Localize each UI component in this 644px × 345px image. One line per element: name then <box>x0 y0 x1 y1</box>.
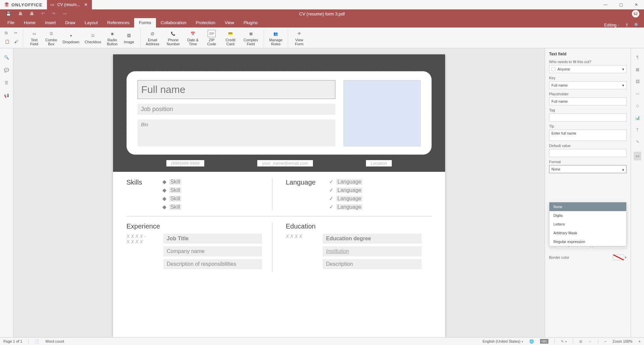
experience-dates[interactable]: X X X X - X X X X <box>126 234 157 269</box>
table-settings-icon[interactable]: ▦ <box>636 67 639 72</box>
menu-references[interactable]: References <box>103 18 134 28</box>
combo-box-button[interactable]: ☰Combo Box <box>43 29 60 47</box>
field-company[interactable]: Company name <box>163 246 262 256</box>
maximize-button[interactable]: ▢ <box>613 0 629 9</box>
page-indicator[interactable]: Page 1 of 1 <box>3 339 22 343</box>
zoom-level[interactable]: Zoom 100% <box>612 339 632 343</box>
find-icon[interactable]: 🔍 <box>4 55 9 60</box>
chart-settings-icon[interactable]: 📊 <box>635 115 640 120</box>
format-option-mask[interactable]: Arbitrary Mask <box>549 229 626 237</box>
image-settings-icon[interactable]: 🖼 <box>636 79 640 84</box>
border-color-swatch[interactable] <box>613 254 624 260</box>
more-icon[interactable]: ⋯ <box>63 11 67 16</box>
textart-settings-icon[interactable]: T <box>636 128 639 132</box>
word-count[interactable]: Word count <box>45 339 64 343</box>
language-item[interactable]: Language <box>336 196 363 202</box>
menu-forms[interactable]: Forms <box>134 18 156 28</box>
field-full-name[interactable]: Full name <box>138 80 335 99</box>
field-bio[interactable]: Bio <box>138 119 335 146</box>
datetime-button[interactable]: 📅Date & Time <box>184 29 201 47</box>
minimize-button[interactable]: — <box>598 0 613 9</box>
save-icon[interactable]: 💾 <box>6 11 11 16</box>
fit-page-icon[interactable]: ⊞ <box>579 339 582 344</box>
spellcheck-toggle-icon[interactable]: ABC <box>540 339 548 344</box>
form-settings-icon[interactable]: ▭ <box>634 152 641 160</box>
menu-file[interactable]: File <box>3 18 19 28</box>
phone-button[interactable]: 📞Phone Number <box>164 29 182 47</box>
email-button[interactable]: @Email Address <box>143 29 162 47</box>
print-icon[interactable]: 🖶 <box>18 11 22 16</box>
language-item[interactable]: Language <box>336 204 363 210</box>
format-option-regex[interactable]: Regular expression <box>549 237 626 246</box>
close-tab-icon[interactable]: ✕ <box>83 2 89 7</box>
dropdown-button[interactable]: ▾Dropdown <box>60 31 82 45</box>
format-select[interactable]: None▴ <box>549 165 627 173</box>
menu-draw[interactable]: Draw <box>60 18 80 28</box>
open-location-icon[interactable]: ⭱ <box>625 23 629 28</box>
signature-settings-icon[interactable]: ✎ <box>636 140 639 144</box>
skill-item[interactable]: Skill <box>169 187 181 193</box>
who-select[interactable]: Anyone▾ <box>549 65 627 73</box>
document-tab[interactable]: ▭ CV (resum... ✕ <box>47 0 92 9</box>
field-phone[interactable]: (999)999-9999 <box>166 160 204 166</box>
menu-protection[interactable]: Protection <box>191 18 220 28</box>
spellcheck-icon[interactable]: 🌐 <box>529 339 534 344</box>
image-button[interactable]: 🖼Image <box>121 31 138 45</box>
skill-item[interactable]: Skill <box>169 196 181 202</box>
default-value-input[interactable] <box>549 149 627 157</box>
field-institution[interactable]: Institution <box>323 246 422 256</box>
feedback-icon[interactable]: 📢 <box>4 93 9 98</box>
key-select[interactable]: Full name▾ <box>549 81 627 89</box>
copy-icon[interactable]: ⧉ <box>5 31 11 37</box>
field-degree[interactable]: Education degree <box>323 234 422 244</box>
skill-item[interactable]: Skill <box>169 204 181 210</box>
view-form-button[interactable]: 👁View Form <box>291 29 308 47</box>
field-job-title[interactable]: Job Title <box>163 234 262 244</box>
menu-plugins[interactable]: Plugins <box>239 18 263 28</box>
checkbox-button[interactable]: ☑Checkbox <box>82 31 104 45</box>
language-selector[interactable]: English (United States) <box>483 339 524 343</box>
document-page[interactable]: Full name Job position Bio (999)999-9999… <box>113 54 445 337</box>
menu-view[interactable]: View <box>220 18 239 28</box>
paste-icon[interactable]: 📋 <box>5 39 11 45</box>
field-photo[interactable] <box>343 80 421 146</box>
undo-icon[interactable]: ↶ <box>41 11 45 16</box>
skill-item[interactable]: Skill <box>169 179 181 185</box>
tip-input[interactable]: Enter full name <box>549 130 627 141</box>
comments-icon[interactable]: 💬 <box>4 68 9 72</box>
zoom-out-button[interactable]: − <box>604 339 606 343</box>
field-description[interactable]: Description <box>323 259 422 269</box>
menu-home[interactable]: Home <box>19 18 40 28</box>
headings-icon[interactable]: ☰ <box>5 81 8 85</box>
format-option-none[interactable]: None <box>549 202 626 211</box>
workarea[interactable]: Full name Job position Bio (999)999-9999… <box>13 48 545 337</box>
text-field-button[interactable]: ▭Text Field <box>26 29 43 47</box>
complex-field-button[interactable]: ▦Complex Field <box>241 29 261 47</box>
language-item[interactable]: Language <box>336 179 363 185</box>
format-option-digits[interactable]: Digits <box>549 211 626 220</box>
search-icon[interactable]: 🔍 <box>634 23 639 28</box>
menu-insert[interactable]: Insert <box>40 18 61 28</box>
format-option-letters[interactable]: Letters <box>549 220 626 229</box>
field-responsibilities[interactable]: Description of responsibilities <box>163 259 262 269</box>
language-item[interactable]: Language <box>336 187 363 193</box>
zip-button[interactable]: ZIPZIP Code <box>203 29 220 47</box>
para-settings-icon[interactable]: ¶ <box>636 55 638 60</box>
quick-print-icon[interactable]: 🖶 <box>30 11 34 16</box>
field-email[interactable]: your_name@email.com <box>257 160 313 166</box>
education-dates[interactable]: X X X X <box>286 234 316 269</box>
fit-width-icon[interactable]: ↔ <box>588 339 592 343</box>
editing-mode[interactable]: Editing <box>604 23 620 28</box>
radio-button-button[interactable]: ◉Radio Button <box>104 29 121 47</box>
close-window-button[interactable]: ✕ <box>629 0 644 9</box>
menu-collaboration[interactable]: Collaboration <box>156 18 191 28</box>
cut-icon[interactable]: ✂ <box>14 31 20 37</box>
track-changes-icon[interactable]: ✎ <box>561 339 567 344</box>
shape-settings-icon[interactable]: ◇ <box>636 103 639 108</box>
header-settings-icon[interactable]: ▭ <box>636 91 639 96</box>
placeholder-input[interactable] <box>549 97 627 105</box>
tag-input[interactable] <box>549 113 627 121</box>
avatar[interactable]: SZ <box>632 10 639 17</box>
menu-layout[interactable]: Layout <box>80 18 103 28</box>
zoom-in-button[interactable]: + <box>639 339 641 343</box>
